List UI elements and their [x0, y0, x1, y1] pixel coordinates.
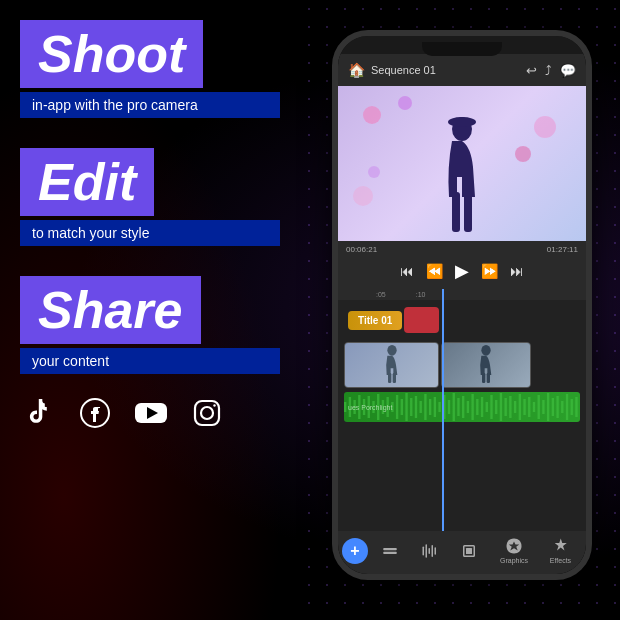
svg-rect-40: [457, 398, 459, 416]
share-icon[interactable]: ⤴: [545, 63, 552, 78]
video-preview: [338, 86, 586, 241]
topbar-action-icons: ↩ ⤴ 💬: [526, 63, 576, 78]
svg-rect-74: [466, 548, 472, 554]
svg-rect-38: [448, 400, 450, 414]
features-panel: Shoot in-app with the pro camera Edit to…: [20, 20, 280, 432]
graphics-tool[interactable]: Graphics: [500, 537, 528, 564]
comment-icon[interactable]: 💬: [560, 63, 576, 78]
toolbar-icons: Graphics Effects: [370, 537, 582, 564]
video-clip-1[interactable]: [344, 342, 439, 388]
svg-rect-50: [504, 398, 506, 416]
phone-mockup: 🏠 Sequence 01 ↩ ⤴ 💬: [332, 30, 592, 580]
add-button[interactable]: +: [342, 538, 368, 564]
audio-tool[interactable]: [421, 542, 439, 560]
svg-rect-14: [482, 373, 485, 383]
edit-title: Edit: [20, 148, 154, 216]
title-clip-label: Title 01: [358, 315, 392, 326]
svg-rect-71: [431, 545, 433, 557]
time-display: 00:06:21 01:27:11: [346, 245, 578, 254]
svg-point-5: [213, 404, 215, 406]
trim-tool[interactable]: [381, 542, 399, 560]
title-clip-right[interactable]: [404, 307, 439, 333]
person-silhouette: [437, 117, 487, 241]
svg-rect-15: [487, 373, 490, 383]
svg-rect-57: [538, 395, 540, 419]
title-track: Title 01: [344, 304, 580, 336]
svg-rect-56: [533, 402, 535, 412]
undo-icon[interactable]: ↩: [526, 63, 537, 78]
svg-rect-34: [429, 399, 431, 415]
phone-topbar: 🏠 Sequence 01 ↩ ⤴ 💬: [338, 54, 586, 86]
svg-rect-36: [438, 402, 440, 412]
audio-track: ues Porchlight: [344, 392, 580, 422]
svg-rect-27: [396, 395, 398, 419]
svg-rect-32: [420, 401, 422, 413]
svg-rect-61: [556, 396, 558, 418]
share-subtitle: your content: [20, 348, 280, 374]
svg-rect-58: [542, 400, 544, 414]
effects-tool[interactable]: Effects: [550, 537, 571, 564]
svg-rect-3: [195, 401, 219, 425]
bubble-1: [363, 106, 381, 124]
instagram-icon[interactable]: [188, 394, 226, 432]
svg-rect-44: [476, 399, 478, 415]
svg-rect-43: [471, 394, 473, 420]
play-button[interactable]: ▶: [455, 260, 469, 282]
bubble-4: [515, 146, 531, 162]
total-time: 01:27:11: [547, 245, 578, 254]
playback-controls: 00:06:21 01:27:11 ⏮ ⏪ ▶ ⏩ ⏭: [338, 241, 586, 289]
video-track: [344, 340, 580, 390]
skip-forward-icon[interactable]: ⏭: [510, 263, 524, 279]
svg-rect-48: [495, 400, 497, 414]
svg-rect-41: [462, 396, 464, 418]
svg-rect-46: [486, 402, 488, 412]
ruler-mark-2: :10: [416, 291, 426, 298]
frame-forward-icon[interactable]: ⏩: [481, 263, 498, 279]
facebook-icon[interactable]: [76, 394, 114, 432]
svg-rect-67: [383, 551, 397, 553]
youtube-icon[interactable]: [132, 394, 170, 432]
video-clip-2[interactable]: [441, 342, 531, 388]
svg-rect-66: [383, 548, 397, 550]
video-clip-thumb-1: [345, 343, 438, 387]
svg-rect-65: [575, 397, 577, 417]
svg-rect-49: [500, 393, 502, 421]
frame-back-icon[interactable]: ⏪: [426, 263, 443, 279]
edit-subtitle: to match your style: [20, 220, 280, 246]
bubble-3: [534, 116, 556, 138]
title-clip[interactable]: Title 01: [348, 311, 402, 330]
bubble-6: [353, 186, 373, 206]
svg-rect-53: [519, 394, 521, 420]
svg-rect-30: [410, 398, 412, 416]
skip-back-icon[interactable]: ⏮: [400, 263, 414, 279]
svg-rect-59: [547, 393, 549, 421]
svg-rect-62: [561, 401, 563, 413]
timeline-area: :05 :10 Title 01: [338, 289, 586, 531]
phone-screen: 🏠 Sequence 01 ↩ ⤴ 💬: [338, 36, 586, 574]
svg-rect-54: [523, 399, 525, 415]
svg-rect-35: [434, 397, 436, 417]
svg-rect-8: [452, 192, 460, 232]
svg-rect-60: [552, 398, 554, 416]
audio-track-label: ues Porchlight: [348, 404, 392, 411]
shoot-block: Shoot in-app with the pro camera: [20, 20, 280, 118]
share-block: Share your content: [20, 276, 280, 374]
share-title: Share: [20, 276, 201, 344]
svg-rect-72: [434, 547, 436, 555]
video-clip-thumb-2: [442, 343, 530, 387]
shoot-subtitle: in-app with the pro camera: [20, 92, 280, 118]
svg-rect-9: [464, 192, 472, 232]
svg-rect-70: [428, 548, 430, 554]
crop-tool[interactable]: [460, 542, 478, 560]
svg-rect-52: [514, 401, 516, 413]
svg-point-7: [448, 117, 476, 127]
svg-rect-39: [453, 393, 455, 421]
svg-rect-68: [422, 546, 424, 555]
svg-rect-12: [392, 373, 395, 383]
svg-rect-63: [566, 394, 568, 420]
svg-rect-69: [425, 544, 427, 558]
phone-body: 🏠 Sequence 01 ↩ ⤴ 💬: [332, 30, 592, 580]
svg-rect-28: [401, 399, 403, 415]
home-icon[interactable]: 🏠: [348, 62, 365, 78]
tiktok-icon[interactable]: [20, 394, 58, 432]
